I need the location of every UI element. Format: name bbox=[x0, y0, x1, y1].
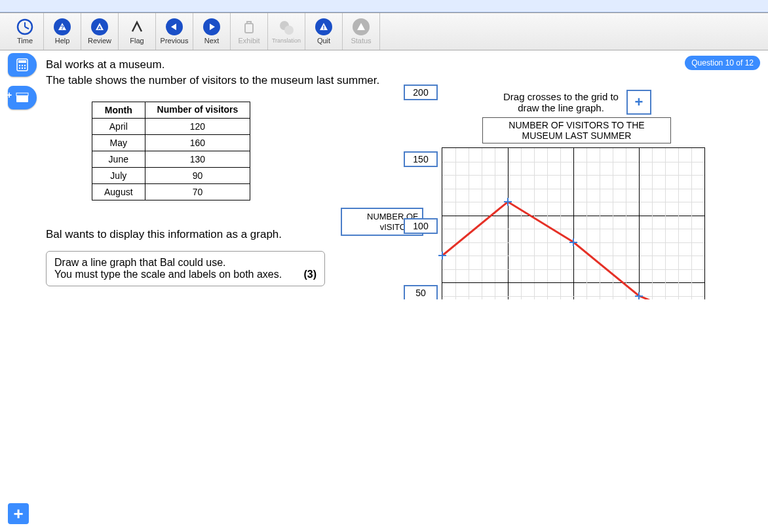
help-label: Help bbox=[55, 37, 70, 45]
calculator-tool[interactable] bbox=[8, 53, 37, 77]
svg-point-17 bbox=[19, 65, 20, 66]
question-line: Bal works at a museum. bbox=[46, 58, 164, 71]
next-icon bbox=[203, 18, 220, 35]
status-icon bbox=[353, 18, 370, 35]
toolbar: Time ? Help A Review Flag Previous Next … bbox=[0, 12, 768, 50]
previous-label: Previous bbox=[161, 37, 189, 45]
y-tick-input[interactable] bbox=[404, 85, 438, 100]
y-tick-input[interactable] bbox=[404, 218, 438, 234]
flag-icon bbox=[128, 18, 145, 35]
flag-label: Flag bbox=[130, 37, 144, 45]
window-tool[interactable]: + bbox=[8, 86, 37, 109]
window-icon bbox=[15, 92, 29, 104]
status-button: Status bbox=[343, 13, 380, 50]
svg-text:?: ? bbox=[60, 24, 64, 31]
svg-line-2 bbox=[25, 27, 29, 29]
svg-rect-9 bbox=[245, 24, 253, 33]
chart-title: NUMBER OF VISITORS TO THE MUSEUM LAST SU… bbox=[482, 117, 671, 143]
previous-icon bbox=[166, 18, 183, 35]
calculator-icon bbox=[15, 58, 29, 72]
svg-rect-24 bbox=[16, 93, 28, 96]
question-text: Bal works at a museum. The table shows t… bbox=[46, 57, 755, 88]
translation-label: Translation bbox=[272, 37, 301, 44]
plotted-cross[interactable] bbox=[635, 292, 643, 300]
time-button[interactable]: Time bbox=[7, 13, 44, 50]
plotted-cross[interactable] bbox=[569, 238, 577, 246]
help-button[interactable]: ? Help bbox=[44, 13, 81, 50]
table-header-month: Month bbox=[92, 102, 145, 118]
data-table: MonthNumber of visitors April120 May160 … bbox=[92, 102, 250, 200]
svg-point-20 bbox=[19, 67, 20, 69]
cross-draggable[interactable]: + bbox=[626, 90, 651, 115]
flag-button[interactable]: Flag bbox=[119, 13, 156, 50]
instruction-line: You must type the scale and labels on bo… bbox=[54, 269, 282, 280]
review-label: Review bbox=[88, 37, 111, 45]
svg-point-19 bbox=[24, 65, 26, 66]
y-tick-input[interactable] bbox=[404, 285, 438, 299]
svg-point-11 bbox=[284, 26, 294, 35]
svg-text:!: ! bbox=[323, 24, 325, 31]
previous-button[interactable]: Previous bbox=[156, 13, 193, 50]
review-button[interactable]: A Review bbox=[81, 13, 119, 50]
clock-icon bbox=[16, 18, 33, 35]
instruction-box: Draw a line graph that Bal could use. Yo… bbox=[46, 251, 325, 286]
table-row: April120 bbox=[92, 118, 250, 134]
svg-rect-16 bbox=[18, 60, 26, 63]
quit-icon: ! bbox=[315, 18, 332, 35]
exhibit-button: Exhibit bbox=[231, 13, 268, 50]
question-line: The table shows the number of visitors t… bbox=[46, 74, 379, 86]
graph-panel: Drag crosses to the grid to draw the lin… bbox=[406, 90, 747, 299]
svg-point-22 bbox=[24, 67, 26, 69]
svg-text:A: A bbox=[98, 25, 102, 31]
quit-label: Quit bbox=[317, 37, 330, 45]
quit-button[interactable]: ! Quit bbox=[305, 13, 343, 50]
svg-point-21 bbox=[22, 67, 23, 69]
next-label: Next bbox=[204, 37, 220, 45]
table-row: August70 bbox=[92, 183, 250, 200]
marks-label: (3) bbox=[303, 269, 317, 280]
table-row: July90 bbox=[92, 167, 250, 183]
y-tick-input[interactable] bbox=[404, 151, 438, 167]
table-row: June130 bbox=[92, 151, 250, 167]
translation-button: Translation bbox=[268, 13, 305, 50]
table-row: May160 bbox=[92, 134, 250, 151]
svg-point-18 bbox=[22, 65, 23, 66]
translation-icon bbox=[278, 19, 295, 36]
plotted-cross[interactable] bbox=[438, 252, 446, 259]
time-label: Time bbox=[17, 37, 33, 45]
status-label: Status bbox=[351, 37, 371, 45]
svg-marker-8 bbox=[210, 24, 215, 30]
plotted-cross[interactable] bbox=[504, 198, 512, 206]
exhibit-icon bbox=[240, 18, 258, 35]
question-counter-badge: Question 10 of 12 bbox=[685, 56, 760, 70]
instruction-line: Draw a line graph that Bal could use. bbox=[54, 257, 225, 268]
drag-instruction: Drag crosses to the grid to draw the lin… bbox=[502, 91, 620, 113]
help-icon: ? bbox=[54, 18, 71, 35]
svg-marker-14 bbox=[357, 23, 365, 30]
exhibit-label: Exhibit bbox=[238, 37, 259, 45]
window-top-strip bbox=[0, 0, 768, 12]
content-area: + Question 10 of 12 Bal works at a museu… bbox=[0, 50, 768, 299]
next-button[interactable]: Next bbox=[193, 13, 231, 50]
review-icon: A bbox=[91, 18, 108, 35]
chart-plot-area[interactable] bbox=[442, 147, 705, 299]
svg-marker-7 bbox=[171, 24, 176, 30]
table-header-visitors: Number of visitors bbox=[145, 102, 250, 118]
